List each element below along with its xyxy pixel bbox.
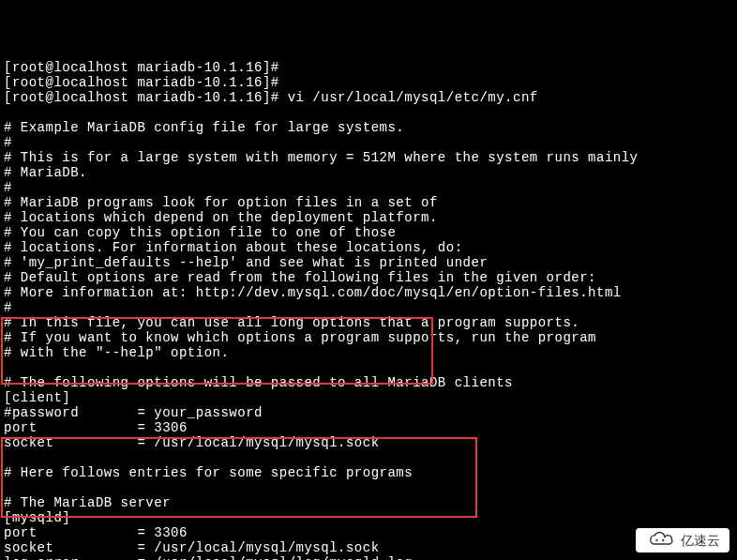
file-line: # More information at: http://dev.mysql.… [4,285,622,300]
file-line: # locations which depend on the deployme… [4,210,438,225]
file-line: # The following options will be passed t… [4,375,513,390]
file-line: port = 3306 [4,525,188,540]
watermark-badge: 亿速云 [636,528,729,552]
cloud-icon [645,532,677,549]
prompt-line-command: [root@localhost mariadb-10.1.16]# vi /us… [4,90,538,105]
file-line: # [4,300,12,315]
file-line: # [4,135,12,150]
file-line: # The MariaDB server [4,495,171,510]
file-line: # [4,180,12,195]
file-line: #password = your_password [4,405,263,420]
prompt-line: [root@localhost mariadb-10.1.16]# [4,60,279,75]
file-line: # If you want to know which options a pr… [4,330,596,345]
file-line-mysqld-section: [mysqld] [4,510,70,525]
file-line: socket = /usr/local/mysql/mysql.sock [4,435,380,450]
file-line: # In this file, you can use all long opt… [4,315,579,330]
file-line: port = 3306 [4,420,188,435]
file-line: # You can copy this option file to one o… [4,225,396,240]
file-line: # MariaDB. [4,165,87,180]
watermark-text: 亿速云 [681,533,720,548]
file-line: log-error = /usr/local/mysql/log/mysqld.… [4,555,413,560]
prompt-line: [root@localhost mariadb-10.1.16]# [4,75,279,90]
file-line: # This is for a large system with memory… [4,150,639,165]
svg-point-1 [662,539,664,541]
file-line: # 'my_print_defaults --help' and see wha… [4,255,488,270]
file-line: # with the "--help" option. [4,345,229,360]
svg-point-0 [655,539,657,541]
file-line-client-section: [client] [4,390,70,405]
terminal-output[interactable]: [root@localhost mariadb-10.1.16]# [root@… [0,60,737,560]
file-line: socket = /usr/local/mysql/mysql.sock [4,540,380,555]
file-line: # MariaDB programs look for option files… [4,195,438,210]
file-line: # locations. For information about these… [4,240,463,255]
file-line: # Default options are read from the foll… [4,270,596,285]
file-line: # Here follows entries for some specific… [4,465,413,480]
file-line: # Example MariaDB config file for large … [4,120,404,135]
